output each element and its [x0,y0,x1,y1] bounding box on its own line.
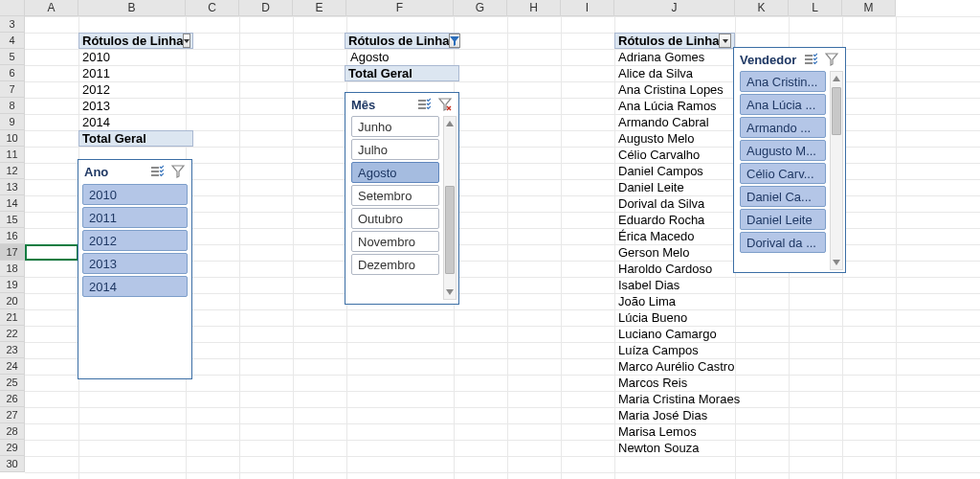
row-header-11[interactable]: 11 [0,147,25,163]
row-header-30[interactable]: 30 [0,456,25,472]
pivot3-row: Newton Souza [614,440,703,456]
slicer-mes[interactable]: Mês JunhoJulhoAgostoSetembroOutubroNovem… [345,92,459,305]
pivot3-row: Ana Lúcia Ramos [614,98,721,114]
row-header-24[interactable]: 24 [0,358,25,375]
row-header-28[interactable]: 28 [0,423,25,440]
row-header-25[interactable]: 25 [0,375,25,391]
row-header-12[interactable]: 12 [0,163,25,179]
column-header-B[interactable]: B [78,0,186,16]
slicer-scrollbar[interactable] [443,116,457,300]
row-header-8[interactable]: 8 [0,98,25,114]
column-header-F[interactable]: F [346,0,454,16]
row-header-26[interactable]: 26 [0,391,25,407]
pivot2-filter-dropdown[interactable] [449,34,460,48]
column-header-E[interactable]: E [293,0,346,16]
column-header-L[interactable]: L [789,0,842,16]
pivot3-row: Lúcia Bueno [614,309,691,326]
column-header-M[interactable]: M [842,0,896,16]
column-header-K[interactable]: K [735,0,789,16]
slicer-item[interactable]: Outubro [351,208,439,229]
row-header-5[interactable]: 5 [0,49,25,65]
pivot3-row: Augusto Melo [614,130,699,147]
slicer-item[interactable]: 2011 [82,207,188,228]
slicer-ano[interactable]: Ano 20102011201220132014 [78,159,192,379]
row-header-22[interactable]: 22 [0,326,25,342]
row-header-23[interactable]: 23 [0,342,25,358]
row-headers: 3456789101112131415161718192021222324252… [0,16,25,472]
scroll-down-icon[interactable] [831,256,842,269]
row-header-27[interactable]: 27 [0,407,25,423]
pivot3-row: João Lima [614,293,679,309]
pivot2-row: Agosto [346,49,392,65]
row-header-6[interactable]: 6 [0,65,25,81]
slicer-item[interactable]: Ana Lúcia ... [740,94,826,115]
row-header-7[interactable]: 7 [0,81,25,98]
slicer-scrollbar[interactable] [830,71,843,270]
row-header-17[interactable]: 17 [0,244,25,261]
pivot1-filter-dropdown[interactable] [183,34,190,48]
multiselect-icon[interactable] [416,97,432,112]
scroll-up-icon[interactable] [831,72,842,85]
column-header-J[interactable]: J [614,0,735,16]
pivot3-row: Dorival da Silva [614,195,708,212]
row-header-13[interactable]: 13 [0,179,25,195]
pivot3-row: Ana Cristina Lopes [614,81,727,98]
scroll-thumb[interactable] [445,186,455,274]
row-header-18[interactable]: 18 [0,261,25,277]
cell-area[interactable]: 20102011201220132014AgostoAdriana GomesA… [25,16,980,479]
slicer-item[interactable]: Setembro [351,185,439,206]
row-header-9[interactable]: 9 [0,114,25,130]
slicer-item[interactable]: Agosto [351,162,439,183]
pivot2-total-label: Total Geral [348,65,412,81]
slicer-item[interactable]: Julho [351,139,439,160]
clear-filter-icon[interactable] [437,97,453,112]
column-header-A[interactable]: A [25,0,78,16]
slicer-vendedor[interactable]: Vendedor Ana Cristin...Ana Lúcia ...Arma… [733,47,846,273]
slicer-item[interactable]: 2014 [82,276,188,297]
row-header-19[interactable]: 19 [0,277,25,293]
row-header-16[interactable]: 16 [0,228,25,244]
slicer-item[interactable]: 2012 [82,230,188,251]
scroll-up-icon[interactable] [444,117,456,130]
multiselect-icon[interactable] [149,164,165,179]
slicer-item[interactable]: 2010 [82,184,188,205]
slicer-item[interactable]: Armando ... [740,117,826,138]
slicer-item[interactable]: Célio Carv... [740,163,826,184]
slicer-item[interactable]: Dezembro [351,254,439,275]
row-header-10[interactable]: 10 [0,130,25,147]
slicer-item[interactable]: Junho [351,116,439,137]
row-header-15[interactable]: 15 [0,212,25,228]
row-header-4[interactable]: 4 [0,33,25,49]
row-header-21[interactable]: 21 [0,309,25,326]
select-all-corner[interactable] [0,0,25,16]
clear-filter-icon[interactable] [170,164,186,179]
multiselect-icon[interactable] [803,52,818,67]
slicer-item[interactable]: Novembro [351,231,439,252]
pivot3-row: Isabel Dias [614,277,683,293]
slicer-item[interactable]: Daniel Ca... [740,186,826,207]
clear-filter-icon[interactable] [824,52,839,67]
pivot2-header-label: Rótulos de Linha [348,33,449,49]
column-header-H[interactable]: H [507,0,561,16]
slicer-item[interactable]: Augusto M... [740,140,826,161]
row-header-29[interactable]: 29 [0,440,25,456]
column-header-G[interactable]: G [454,0,507,16]
pivot3-row: Haroldo Cardoso [614,261,716,277]
slicer-item[interactable]: Ana Cristin... [740,71,826,92]
scroll-down-icon[interactable] [444,285,456,299]
scroll-thumb[interactable] [832,87,841,135]
pivot3-filter-dropdown[interactable] [719,34,731,48]
pivot2-header: Rótulos de Linha [345,33,459,49]
slicer-item[interactable]: 2013 [82,253,188,274]
pivot3-row: Daniel Leite [614,179,688,195]
column-header-D[interactable]: D [239,0,293,16]
column-header-C[interactable]: C [186,0,239,16]
column-header-I[interactable]: I [561,0,614,16]
slicer-header: Ano [78,160,191,181]
row-header-20[interactable]: 20 [0,293,25,309]
pivot1-row: 2012 [78,81,114,98]
slicer-item[interactable]: Dorival da ... [740,232,826,253]
row-header-14[interactable]: 14 [0,195,25,212]
row-header-3[interactable]: 3 [0,16,25,33]
slicer-item[interactable]: Daniel Leite [740,209,826,230]
